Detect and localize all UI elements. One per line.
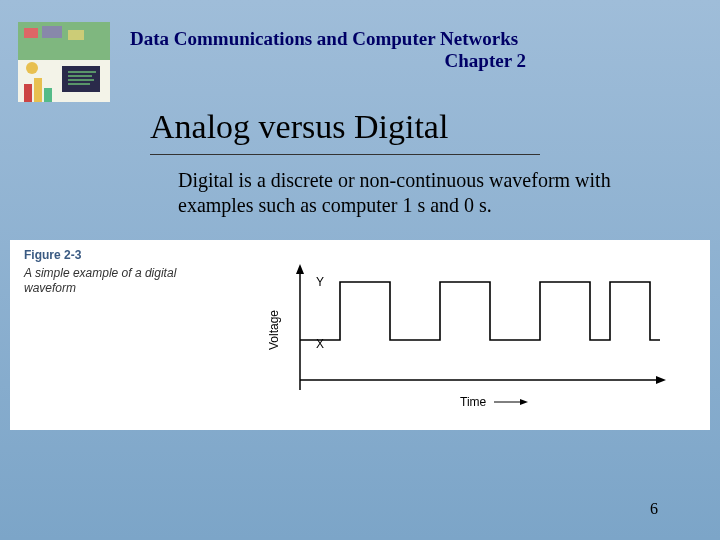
figure-caption: A simple example of a digital waveform xyxy=(24,266,184,296)
svg-rect-3 xyxy=(42,26,62,38)
figure-panel: Figure 2-3 A simple example of a digital… xyxy=(10,240,710,430)
course-title: Data Communications and Computer Network… xyxy=(130,28,530,50)
svg-point-13 xyxy=(26,62,38,74)
y-low-label: X xyxy=(316,337,324,351)
y-axis-title: Voltage xyxy=(267,310,281,350)
slide-heading: Analog versus Digital xyxy=(150,108,448,146)
heading-underline xyxy=(150,154,540,155)
svg-rect-0 xyxy=(18,22,110,60)
svg-marker-15 xyxy=(296,264,304,274)
figure-label: Figure 2-3 xyxy=(24,248,81,262)
svg-rect-10 xyxy=(24,84,32,102)
svg-rect-2 xyxy=(24,28,38,38)
svg-rect-4 xyxy=(68,30,84,40)
svg-rect-12 xyxy=(44,88,52,102)
page-number: 6 xyxy=(650,500,658,518)
slide-header: Data Communications and Computer Network… xyxy=(130,28,530,72)
slide-body-text: Digital is a discrete or non-continuous … xyxy=(178,168,618,218)
svg-marker-17 xyxy=(656,376,666,384)
svg-rect-5 xyxy=(62,66,100,92)
svg-rect-11 xyxy=(34,78,42,102)
book-cover-thumbnail xyxy=(18,22,110,102)
digital-waveform-graph: Y X Voltage Time xyxy=(190,250,690,420)
y-high-label: Y xyxy=(316,275,324,289)
chapter-label: Chapter 2 xyxy=(130,50,530,72)
x-axis-title: Time xyxy=(460,395,487,409)
svg-marker-19 xyxy=(520,399,528,405)
